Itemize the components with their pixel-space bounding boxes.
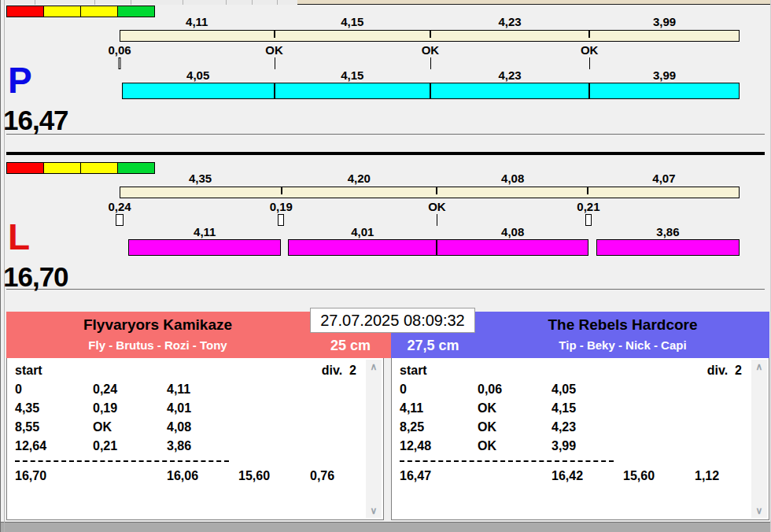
traffic-light xyxy=(80,6,118,17)
table-row: 12,640,213,86 xyxy=(7,437,383,456)
split-boundary-tick xyxy=(281,187,282,194)
ok-tick-mark xyxy=(437,214,437,226)
lap-bar xyxy=(120,83,740,99)
lap-bar-segment xyxy=(288,239,437,256)
table-row: 12,48OK3,99 xyxy=(392,437,769,456)
ok-tick-mark xyxy=(430,57,431,69)
top-strip-divider xyxy=(35,0,35,5)
top-strip-divider xyxy=(277,0,278,5)
split-boundary-tick xyxy=(436,187,437,194)
table-cell: OK xyxy=(478,418,496,437)
lane-panel-p: 4,114,154,233,99 0,06OKOKOK 4,054,154,23… xyxy=(6,6,765,135)
start-status-labels: 0,06OKOKOK xyxy=(120,43,740,56)
lane-letter: L xyxy=(8,219,30,255)
scroll-down-icon[interactable]: ∨ xyxy=(751,506,767,515)
total-cell: 16,70 xyxy=(15,467,46,486)
split-time-label: 4,20 xyxy=(281,172,437,185)
scrollbar[interactable]: ∧ ∨ xyxy=(751,360,767,518)
lap-time-labels: 4,114,014,083,86 xyxy=(120,225,740,238)
results-table-left: start div. 2 00,244,114,350,194,018,55OK… xyxy=(6,358,384,520)
top-strip-divider xyxy=(131,0,131,5)
lap-bar-segment xyxy=(437,239,588,256)
table-body: 00,244,114,350,194,018,55OK4,0812,640,21… xyxy=(7,380,383,486)
division-label: div. 2 xyxy=(322,361,356,380)
top-strip-divider xyxy=(226,0,227,5)
table-row: 8,25OK4,23 xyxy=(392,418,769,437)
jump-height-badge-right: 27,5 cm xyxy=(391,336,475,355)
total-cell: 0,76 xyxy=(310,467,334,486)
results-table-right: start div. 2 00,064,054,11OK4,158,25OK4,… xyxy=(391,358,769,520)
results-panel: Flyvaryors Kamikaze Fly - Brutus - Rozi … xyxy=(6,312,769,521)
jump-height-badge-left: 25 cm xyxy=(310,336,391,355)
table-cell: 0 xyxy=(400,380,407,399)
total-cell: 16,42 xyxy=(552,467,583,486)
traffic-light xyxy=(80,162,118,174)
table-cell: 8,55 xyxy=(15,418,39,437)
table-cell: 0,19 xyxy=(93,399,117,418)
table-cell: 4,11 xyxy=(400,399,423,418)
table-body: 00,064,054,11OK4,158,25OK4,2312,48OK3,99… xyxy=(392,380,769,486)
table-row: 00,244,11 xyxy=(7,380,383,399)
lap-time-label: 3,99 xyxy=(589,68,740,82)
table-cell: OK xyxy=(478,399,496,418)
split-time-label: 3,99 xyxy=(589,15,740,28)
lap-bar-segment xyxy=(122,83,275,99)
table-row: 8,55OK4,08 xyxy=(7,418,383,437)
traffic-light xyxy=(43,162,81,174)
split-time-label: 4,35 xyxy=(120,172,281,185)
start-status-label: OK xyxy=(428,200,446,213)
scroll-up-icon[interactable]: ∧ xyxy=(751,362,767,371)
split-time-label: 4,11 xyxy=(120,15,275,28)
split-time-label: 4,07 xyxy=(588,172,740,185)
total-cell: 16,06 xyxy=(167,467,198,486)
lap-bar xyxy=(120,239,740,256)
table-header-row: start div. 2 xyxy=(7,361,383,380)
lap-bar-segment xyxy=(430,83,589,99)
table-cell: 4,15 xyxy=(552,399,576,418)
table-cell: 12,48 xyxy=(400,437,431,456)
ok-tick-mark xyxy=(589,57,590,69)
start-status-label: OK xyxy=(581,43,599,57)
start-status-label: 0,24 xyxy=(108,200,131,213)
split-time-labels: 4,114,154,233,99 xyxy=(120,15,740,28)
top-strip-left xyxy=(0,0,297,5)
scroll-down-icon[interactable]: ∨ xyxy=(366,506,382,515)
division-label: div. 2 xyxy=(707,361,742,380)
split-time-label: 4,23 xyxy=(430,15,589,28)
split-boundary-tick xyxy=(588,31,590,38)
lane-chart: 4,354,204,084,07 0,240,19OK0,21 4,114,01… xyxy=(120,162,740,260)
lap-bar-segment xyxy=(128,239,281,256)
table-cell: 0 xyxy=(15,380,22,399)
ok-tick-mark xyxy=(275,57,275,69)
totals-divider xyxy=(392,456,769,467)
table-cell: OK xyxy=(478,437,496,456)
start-status-label: OK xyxy=(422,43,440,57)
window-left-edge-inner xyxy=(4,0,5,532)
scroll-up-icon[interactable]: ∧ xyxy=(366,362,382,371)
top-strip-divider xyxy=(94,0,95,5)
table-cell: 0,06 xyxy=(478,380,502,399)
lap-bar-segment xyxy=(589,83,740,99)
start-fault-box xyxy=(116,214,124,226)
lane-total-time: 16,70 xyxy=(3,263,68,290)
window-left-edge xyxy=(0,0,1,532)
split-bar xyxy=(120,187,740,198)
lane-letter: P xyxy=(8,62,32,98)
split-time-label: 4,08 xyxy=(437,172,588,185)
table-cell: 4,35 xyxy=(15,399,39,418)
split-boundary-tick xyxy=(430,31,431,38)
start-fault-box xyxy=(585,214,592,226)
table-cell: 4,08 xyxy=(167,418,191,437)
table-row: 4,350,194,01 xyxy=(7,399,383,418)
scrollbar[interactable]: ∧ ∨ xyxy=(366,360,382,518)
table-cell: 3,99 xyxy=(552,437,576,456)
lap-time-label: 3,86 xyxy=(596,225,740,238)
table-cell: 0,24 xyxy=(93,380,117,399)
start-status-label: 0,21 xyxy=(577,200,599,213)
split-boundary-tick xyxy=(587,187,588,194)
top-strip-right xyxy=(297,0,771,5)
start-status-label: 0,06 xyxy=(108,43,131,57)
table-cell: OK xyxy=(93,418,112,437)
total-cell: 15,60 xyxy=(238,467,270,486)
section-divider xyxy=(6,152,765,155)
